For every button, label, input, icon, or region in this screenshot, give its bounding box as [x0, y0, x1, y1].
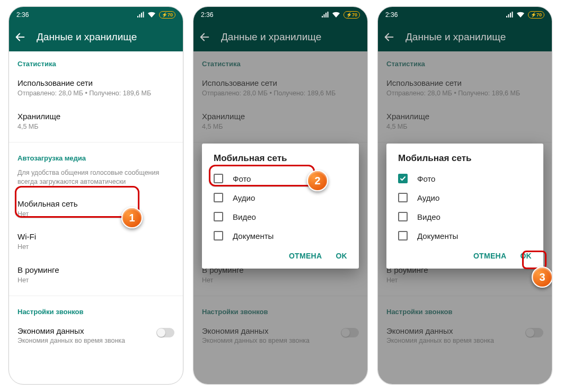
- option-docs[interactable]: Документы: [202, 226, 359, 245]
- page-title: Данные и хранилище: [221, 31, 321, 43]
- signal-icon: [321, 12, 329, 18]
- checkbox-docs[interactable]: [398, 231, 408, 240]
- option-photo-label: Фото: [417, 174, 435, 183]
- wifi-icon: [147, 12, 156, 18]
- checkbox-video[interactable]: [398, 212, 408, 221]
- storage-title: Хранилище: [17, 112, 174, 121]
- status-bar: 2:36 ⚡70: [9, 7, 183, 23]
- step-badge-1: 1: [121, 207, 143, 228]
- option-photo-label: Фото: [233, 174, 251, 183]
- option-docs-label: Документы: [233, 231, 274, 240]
- checkbox-audio[interactable]: [214, 193, 223, 202]
- settings-content: Статистика Использование сети Отправлено…: [9, 51, 183, 384]
- data-saver-sub: Экономия данных во время звонка: [17, 337, 125, 344]
- item-storage[interactable]: Хранилище 4,5 МБ: [9, 105, 183, 139]
- section-statistics: Статистика: [9, 51, 183, 72]
- screen-3: 2:36 ⚡70 Данные и хранилище Статистика И…: [377, 6, 552, 385]
- item-data-saver[interactable]: Экономия данных Экономия данных во время…: [9, 320, 183, 352]
- dialog-mobile-network: Мобильная сеть Фото Аудио Видео Документ…: [202, 144, 359, 269]
- item-mobile-network[interactable]: Мобильная сеть Нет: [9, 193, 183, 226]
- section-calls: Настройки звонков: [9, 299, 183, 320]
- autoload-note: Для удобства общения голосовые сообщения…: [9, 166, 183, 193]
- option-audio[interactable]: Аудио: [202, 188, 359, 207]
- data-saver-title: Экономия данных: [17, 326, 125, 335]
- wifi-sub: Нет: [17, 243, 174, 252]
- checkbox-video[interactable]: [214, 212, 223, 221]
- checkbox-audio[interactable]: [398, 193, 408, 202]
- checkbox-photo[interactable]: [214, 174, 223, 183]
- checkbox-docs[interactable]: [214, 231, 223, 240]
- status-time: 2:36: [201, 11, 213, 19]
- dialog-title: Мобильная сеть: [386, 153, 543, 169]
- step-badge-2: 2: [307, 170, 328, 191]
- screen-1: 2:36 ⚡70 Данные и хранилище Статистика И…: [8, 6, 183, 385]
- dialog-cancel-button[interactable]: ОТМЕНА: [473, 252, 506, 260]
- option-audio-label: Аудио: [233, 193, 255, 202]
- data-saver-toggle[interactable]: [156, 328, 174, 337]
- roaming-title: В роуминге: [17, 265, 174, 274]
- option-video-label: Видео: [233, 212, 256, 221]
- roaming-sub: Нет: [17, 276, 174, 285]
- status-time: 2:36: [16, 11, 29, 19]
- dialog-mobile-network: Мобильная сеть Фото Аудио Видео Документ…: [386, 144, 543, 269]
- status-bar: 2:36 ⚡70: [378, 7, 552, 23]
- mobile-title: Мобильная сеть: [17, 199, 174, 208]
- option-photo[interactable]: Фото: [386, 169, 543, 188]
- option-audio-label: Аудио: [417, 193, 439, 202]
- checkbox-photo-checked[interactable]: [398, 174, 408, 183]
- battery-icon: ⚡70: [528, 11, 544, 19]
- screen-2: 2:36 ⚡70 Данные и хранилище Статистика И…: [193, 6, 368, 385]
- section-autoload: Автозагрузка медиа: [9, 146, 183, 166]
- dialog-cancel-button[interactable]: ОТМЕНА: [289, 252, 322, 260]
- signal-icon: [137, 12, 144, 18]
- back-button[interactable]: [383, 31, 395, 43]
- status-bar: 2:36 ⚡70: [193, 7, 367, 23]
- app-bar: Данные и хранилище: [378, 23, 552, 51]
- option-video-label: Видео: [417, 212, 440, 221]
- network-usage-title: Использование сети: [17, 78, 174, 87]
- option-video[interactable]: Видео: [202, 207, 359, 226]
- status-time: 2:36: [385, 11, 398, 19]
- signal-icon: [506, 12, 513, 18]
- dialog-ok-button[interactable]: OK: [336, 252, 347, 260]
- item-wifi[interactable]: Wi-Fi Нет: [9, 226, 183, 259]
- back-button[interactable]: [199, 31, 210, 43]
- battery-icon: ⚡70: [159, 11, 175, 19]
- network-usage-sub: Отправлено: 28,0 МБ • Получено: 189,6 МБ: [17, 89, 174, 98]
- dialog-title: Мобильная сеть: [202, 153, 359, 169]
- option-audio[interactable]: Аудио: [386, 188, 543, 207]
- divider: [9, 296, 183, 296]
- page-title: Данные и хранилище: [37, 31, 137, 43]
- option-docs-label: Документы: [417, 231, 458, 240]
- back-button[interactable]: [14, 31, 26, 43]
- wifi-icon: [332, 12, 340, 18]
- dialog-ok-button[interactable]: OK: [520, 252, 532, 260]
- battery-icon: ⚡70: [343, 11, 360, 19]
- divider: [9, 142, 183, 142]
- page-title: Данные и хранилище: [406, 31, 506, 43]
- item-network-usage[interactable]: Использование сети Отправлено: 28,0 МБ •…: [9, 72, 183, 105]
- app-bar: Данные и хранилище: [193, 23, 367, 51]
- storage-sub: 4,5 МБ: [17, 122, 174, 131]
- wifi-icon: [516, 12, 525, 18]
- option-photo[interactable]: Фото: [202, 169, 359, 188]
- option-video[interactable]: Видео: [386, 207, 543, 226]
- step-badge-3: 3: [532, 266, 552, 288]
- wifi-title: Wi-Fi: [17, 232, 174, 241]
- option-docs[interactable]: Документы: [386, 226, 543, 245]
- mobile-sub: Нет: [17, 210, 174, 219]
- item-roaming[interactable]: В роуминге Нет: [9, 259, 183, 292]
- app-bar: Данные и хранилище: [9, 23, 183, 51]
